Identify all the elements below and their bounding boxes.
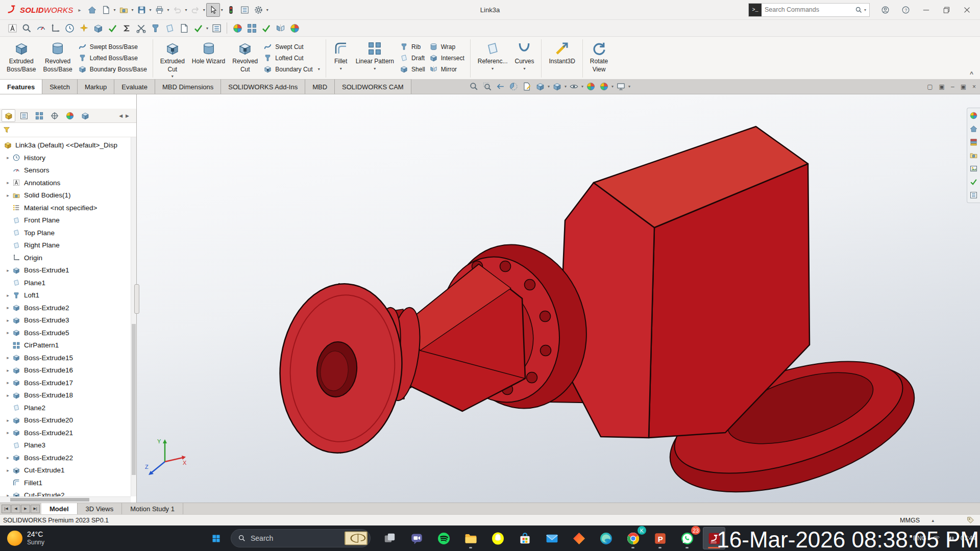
home-pane-icon[interactable] — [969, 124, 978, 133]
dropdown-caret[interactable]: ▾ — [132, 8, 134, 12]
dropdown-caret[interactable]: ▾ — [114, 8, 116, 12]
microsoft-store-button[interactable] — [513, 527, 536, 549]
dropdown-caret[interactable]: ▾ — [221, 8, 223, 12]
featuremanager-tab[interactable] — [2, 109, 15, 122]
dropdown-caret[interactable]: ▾ — [374, 67, 376, 71]
tree-item-sensors[interactable]: Sensors — [0, 164, 136, 177]
dropdown-caret[interactable]: ▾ — [318, 67, 320, 71]
tree-item-boss-extrude17[interactable]: ▸Boss-Extrude17 — [0, 377, 136, 389]
weather-widget[interactable]: 24°C Sunny — [7, 525, 44, 551]
dropdown-caret[interactable]: ▾ — [167, 8, 169, 12]
dropdown-caret[interactable]: ▾ — [185, 8, 187, 12]
expand-arrow[interactable]: ▸ — [5, 355, 11, 360]
custom-properties-icon[interactable] — [969, 191, 978, 199]
tree-vertical-scrollbar[interactable] — [131, 137, 136, 496]
file-explorer-button[interactable] — [459, 527, 482, 549]
cam-tree-tab[interactable] — [78, 109, 92, 122]
view-settings-icon[interactable] — [615, 80, 627, 93]
instant3d-button[interactable]: Instant3D — [545, 39, 578, 66]
dimxpertmanager-tab[interactable] — [47, 109, 61, 122]
configurationmanager-tab[interactable] — [32, 109, 46, 122]
draft-button[interactable]: Draft — [398, 53, 427, 63]
tab-solidworks-add-ins[interactable]: SOLIDWORKS Add-Ins — [221, 79, 305, 94]
search-icon[interactable] — [855, 6, 863, 14]
dropdown-caret[interactable]: ▾ — [565, 84, 567, 89]
revolved-boss-base-button[interactable]: RevolvedBoss/Base — [39, 39, 76, 73]
shell-button[interactable]: Shell — [398, 64, 427, 74]
tab-mbd-dimensions[interactable]: MBD Dimensions — [155, 79, 221, 94]
expand-arrow[interactable]: ▸ — [5, 305, 11, 310]
curves-button[interactable]: Curves▾ — [511, 39, 537, 71]
close-button[interactable] — [958, 2, 976, 18]
tree-horizontal-scrollbar[interactable] — [0, 496, 131, 503]
model-link3a[interactable] — [137, 94, 980, 503]
revolved-cut-button[interactable]: RevolvedCut — [229, 39, 261, 73]
tree-item-boss-extrude20[interactable]: ▸Boss-Extrude20 — [0, 414, 136, 427]
tree-item-boss-extrude22[interactable]: ▸Boss-Extrude22 — [0, 452, 136, 464]
expand-arrow[interactable]: ▸ — [5, 368, 11, 373]
dropdown-caret[interactable]: ▾ — [581, 84, 583, 89]
taskbar-search-input[interactable] — [251, 534, 339, 542]
task-view-button[interactable] — [378, 527, 401, 549]
expand-arrow[interactable]: ▸ — [5, 155, 11, 160]
tree-item-boss-extrude2[interactable]: ▸Boss-Extrude2 — [0, 302, 136, 314]
hole-wizard-button[interactable]: Hole Wizard — [188, 39, 229, 66]
tree-item-boss-extrude5[interactable]: ▸Boss-Extrude5 — [0, 327, 136, 339]
view-orientation-icon[interactable] — [534, 80, 547, 93]
expand-arrow[interactable]: ▸ — [5, 318, 11, 323]
tree-item-boss-extrude21[interactable]: ▸Boss-Extrude21 — [0, 427, 136, 439]
appearances-scenes-icon[interactable] — [969, 178, 978, 186]
expand-arrow[interactable]: ▸ — [5, 418, 11, 423]
scrollbar-thumb[interactable] — [10, 498, 89, 502]
reference-geometry-button[interactable]: Referenc...▾ — [474, 39, 511, 71]
restore-button[interactable] — [937, 2, 955, 18]
tree-item-boss-extrude1[interactable]: ▸Boss-Extrude1 — [0, 264, 136, 277]
tab-sketch[interactable]: Sketch — [42, 79, 78, 94]
check-solid-icon[interactable] — [91, 21, 105, 35]
tag-icon[interactable] — [966, 516, 975, 524]
tab-motion-study-1[interactable]: Motion Study 1 — [122, 503, 183, 514]
dynamic-annotation-views-icon[interactable] — [521, 80, 533, 93]
zoom-to-area-icon[interactable] — [481, 80, 494, 93]
swept-cut-button[interactable]: Swept Cut — [261, 41, 322, 52]
dropdown-caret[interactable]: ▾ — [206, 26, 208, 31]
taskbar-search[interactable] — [231, 529, 371, 547]
tree-item-annotations[interactable]: ▸Annotations — [0, 177, 136, 189]
curvature-icon[interactable] — [244, 21, 259, 35]
measure-icon[interactable] — [34, 21, 48, 35]
tree-item-plane2[interactable]: Plane2 — [0, 402, 136, 414]
tab-evaluate[interactable]: Evaluate — [114, 79, 155, 94]
tree-item-boss-extrude16[interactable]: ▸Boss-Extrude16 — [0, 364, 136, 377]
help-button[interactable] — [896, 2, 915, 18]
tab-solidworks-cam[interactable]: SOLIDWORKS CAM — [335, 79, 411, 94]
tab-mbd[interactable]: MBD — [305, 79, 335, 94]
tree-item-material-not-specified[interactable]: Material <not specified> — [0, 202, 136, 214]
wrap-button[interactable]: Wrap — [427, 41, 467, 52]
rib-button[interactable]: Rib — [398, 41, 427, 52]
tab-features[interactable]: Features — [0, 79, 42, 94]
previous-tab-button[interactable]: ◀ — [11, 505, 20, 513]
previous-view-icon[interactable] — [494, 80, 507, 93]
fillet-button[interactable]: Fillet▾ — [330, 39, 352, 71]
extruded-cut-button[interactable]: ExtrudedCut▾ — [157, 39, 188, 79]
appearances-icon[interactable] — [230, 21, 244, 35]
dropdown-caret[interactable]: ▾ — [150, 8, 152, 12]
dropdown-caret[interactable]: ▾ — [340, 67, 342, 71]
command-search-input[interactable] — [762, 6, 855, 13]
last-tab-button[interactable]: ▶| — [31, 505, 40, 513]
scrollbar-thumb[interactable] — [132, 324, 136, 475]
minimize-pane-icon[interactable]: – — [951, 83, 954, 90]
find-replace-icon[interactable] — [19, 21, 34, 35]
tree-item-boss-extrude18[interactable]: ▸Boss-Extrude18 — [0, 389, 136, 402]
boundary-cut-button[interactable]: Boundary Cut▾ — [261, 64, 322, 74]
section-view-icon[interactable] — [507, 80, 520, 93]
boundary-boss-base-button[interactable]: Boundary Boss/Base — [76, 64, 149, 74]
dropdown-caret[interactable]: ▾ — [203, 8, 205, 12]
home-button[interactable] — [85, 3, 99, 17]
search-dropdown-caret[interactable]: ▾ — [863, 8, 869, 12]
first-tab-button[interactable]: |◀ — [2, 505, 11, 513]
start-button[interactable] — [207, 530, 225, 547]
menu-expand-chevron[interactable]: ▸ — [78, 7, 85, 13]
equations-icon[interactable] — [119, 21, 134, 35]
extruded-boss-base-button[interactable]: ExtrudedBoss/Base — [3, 39, 39, 73]
